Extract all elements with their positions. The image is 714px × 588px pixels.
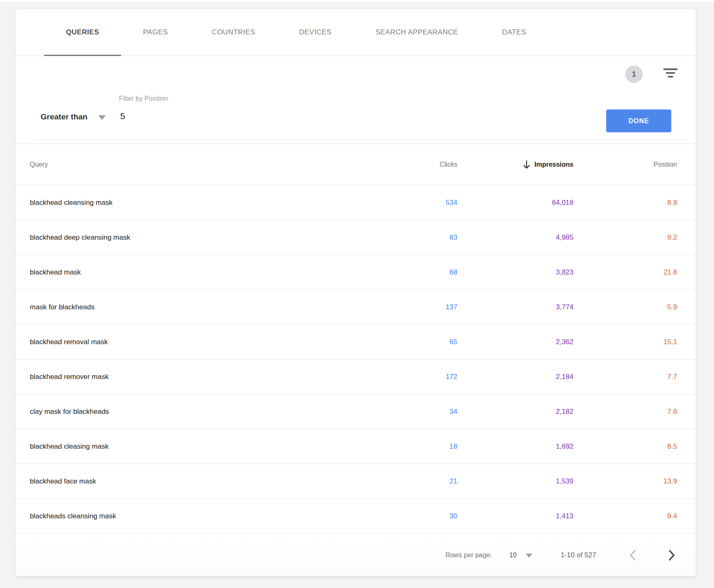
query-cell: clay mask for blackheads (30, 408, 399, 416)
clicks-cell: 18 (399, 442, 457, 451)
position-cell: 9.2 (573, 233, 677, 242)
table-header-row: Query Clicks Impressions Position (15, 144, 696, 185)
tab-pages[interactable]: PAGES (121, 9, 190, 56)
tab-queries[interactable]: QUERIES (44, 9, 121, 56)
header-clicks[interactable]: Clicks (399, 161, 457, 168)
next-page-button[interactable] (664, 548, 679, 563)
filter-operator-value: Greater than (41, 112, 87, 121)
table-row[interactable]: clay mask for blackheads 34 2,182 7.6 (15, 394, 696, 429)
impressions-cell: 2,184 (457, 373, 573, 381)
rows-per-page-select[interactable]: 10 (509, 552, 532, 559)
impressions-cell: 2,362 (457, 338, 573, 346)
clicks-cell: 65 (399, 338, 457, 346)
table-row[interactable]: mask for blackheads 137 3,774 5.9 (15, 290, 696, 325)
query-cell: mask for blackheads (30, 303, 399, 311)
clicks-cell: 21 (399, 477, 457, 486)
position-cell: 13.9 (573, 477, 677, 486)
rows-per-page-value: 10 (509, 552, 517, 559)
chevron-right-icon (667, 549, 677, 561)
impressions-cell: 1,539 (457, 477, 573, 486)
table-body: blackhead cleansing mask 534 64,018 8.9 … (15, 185, 696, 534)
impressions-cell: 1,413 (457, 512, 573, 520)
performance-report-card: QUERIES PAGES COUNTRIES DEVICES SEARCH A… (15, 9, 696, 576)
chevron-left-icon (628, 549, 638, 561)
dimension-tabs: QUERIES PAGES COUNTRIES DEVICES SEARCH A… (15, 9, 696, 56)
table-row[interactable]: blackhead cleansing mask 534 64,018 8.9 (15, 185, 696, 220)
query-cell: blackhead remover mask (30, 373, 399, 381)
impressions-cell: 4,985 (457, 233, 573, 242)
query-cell: blackhead face mask (30, 477, 399, 486)
filter-input-underline (36, 139, 688, 140)
position-cell: 21.8 (573, 268, 677, 277)
clicks-cell: 137 (399, 303, 457, 311)
query-cell: blackheads cleansing mask (30, 512, 399, 520)
pagination-bar: Rows per page: 10 1-10 of 527 (15, 534, 696, 576)
tab-devices[interactable]: DEVICES (277, 9, 353, 56)
position-cell: 8.9 (573, 199, 677, 207)
position-cell: 8.5 (573, 442, 677, 451)
tab-dates[interactable]: DATES (480, 9, 548, 56)
query-cell: blackhead deep cleansing mask (30, 233, 399, 242)
header-position[interactable]: Position (573, 161, 677, 168)
table-row[interactable]: blackhead face mask 21 1,539 13.9 (15, 464, 696, 499)
window-top-strip (0, 0, 714, 2)
clicks-cell: 172 (399, 373, 457, 381)
sort-desc-icon (522, 160, 531, 169)
filter-list-icon (663, 68, 678, 78)
clicks-cell: 83 (399, 233, 457, 242)
query-cell: blackhead mask (30, 268, 399, 277)
filter-section: 1 DONE Filter by Position Greater than 5 (15, 56, 696, 144)
filter-count-badge: 1 (625, 66, 643, 83)
page-range-label: 1-10 of 527 (561, 551, 596, 559)
header-impressions[interactable]: Impressions (457, 160, 573, 169)
done-button[interactable]: DONE (606, 109, 671, 132)
clicks-cell: 68 (399, 268, 457, 277)
dropdown-arrow-icon (526, 554, 532, 558)
table-row[interactable]: blackhead removal mask 65 2,362 15.1 (15, 325, 696, 360)
position-cell: 15.1 (573, 338, 677, 346)
filter-field-label: Filter by Position (119, 95, 168, 102)
query-cell: blackhead removal mask (30, 338, 399, 346)
filter-value-input[interactable]: 5 (120, 111, 125, 121)
query-cell: blackhead cleasing mask (30, 442, 399, 451)
header-impressions-label: Impressions (534, 161, 573, 168)
table-row[interactable]: blackhead cleasing mask 18 1,692 8.5 (15, 429, 696, 464)
impressions-cell: 64,018 (457, 199, 573, 207)
table-row[interactable]: blackhead mask 68 3,823 21.8 (15, 255, 696, 290)
previous-page-button[interactable] (625, 548, 640, 563)
position-cell: 5.9 (573, 303, 677, 311)
impressions-cell: 3,823 (457, 268, 573, 277)
table-row[interactable]: blackhead remover mask 172 2,184 7.7 (15, 360, 696, 394)
filter-list-button[interactable] (661, 65, 680, 81)
position-cell: 9.4 (573, 512, 677, 520)
table-row[interactable]: blackheads cleansing mask 30 1,413 9.4 (15, 499, 696, 534)
tab-countries[interactable]: COUNTRIES (190, 9, 277, 56)
filter-operator-select[interactable]: Greater than (41, 112, 106, 121)
table-row[interactable]: blackhead deep cleansing mask 83 4,985 9… (15, 220, 696, 255)
dropdown-arrow-icon (98, 115, 106, 120)
impressions-cell: 2,182 (457, 408, 573, 416)
position-cell: 7.7 (573, 373, 677, 381)
clicks-cell: 534 (399, 199, 457, 207)
rows-per-page-label: Rows per page: (445, 552, 492, 559)
clicks-cell: 30 (399, 512, 457, 520)
clicks-cell: 34 (399, 408, 457, 416)
tab-search-appearance[interactable]: SEARCH APPEARANCE (354, 9, 480, 56)
header-query: Query (30, 161, 399, 168)
query-cell: blackhead cleansing mask (30, 199, 399, 207)
impressions-cell: 1,692 (457, 442, 573, 451)
position-cell: 7.6 (573, 408, 677, 416)
impressions-cell: 3,774 (457, 303, 573, 311)
